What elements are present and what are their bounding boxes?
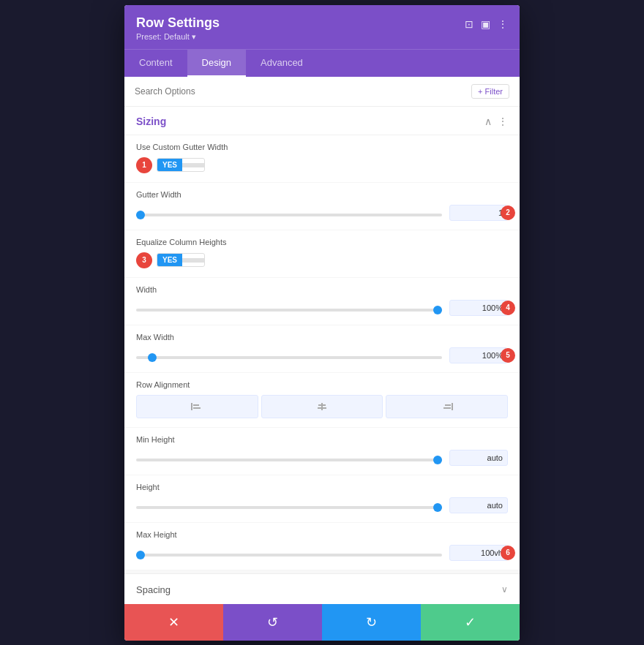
- spacing-header[interactable]: Spacing ∨: [124, 574, 520, 604]
- min-height-input[interactable]: [449, 450, 508, 466]
- use-custom-gutter-toggle-row: 1 YES: [136, 157, 508, 173]
- svg-rect-5: [318, 407, 326, 409]
- equalize-toggle-yes: YES: [157, 254, 182, 266]
- tabs-bar: Content Design Advanced: [124, 49, 520, 77]
- panel-preset[interactable]: Preset: Default ▾: [136, 32, 220, 42]
- min-height-slider[interactable]: [136, 459, 442, 461]
- height-slider-container: [136, 499, 442, 512]
- max-height-value-wrap: 6: [449, 545, 508, 561]
- sizing-title: Sizing: [136, 116, 166, 127]
- svg-rect-7: [445, 404, 451, 406]
- align-right-button[interactable]: [386, 395, 508, 418]
- spacing-title: Spacing: [136, 584, 171, 595]
- panel-header: Row Settings Preset: Default ▾ ⊡ ▣ ⋮: [124, 5, 520, 49]
- panel-header-left: Row Settings Preset: Default ▾: [136, 15, 220, 42]
- badge-4: 4: [501, 301, 515, 315]
- row-alignment-buttons: [136, 395, 508, 418]
- svg-rect-8: [443, 407, 451, 409]
- max-width-value-wrap: 5: [449, 347, 508, 363]
- svg-rect-2: [193, 407, 201, 409]
- width-value-wrap: 4: [449, 300, 508, 316]
- max-height-slider-container: [136, 546, 442, 559]
- spacing-chevron: ∨: [501, 584, 508, 595]
- gutter-width-slider-row: 2: [136, 205, 508, 221]
- gutter-width-slider[interactable]: [136, 214, 442, 216]
- min-height-label: Min Height: [136, 435, 508, 444]
- height-input[interactable]: [449, 497, 508, 513]
- badge-1: 1: [136, 157, 152, 173]
- max-width-slider-container: [136, 349, 442, 362]
- min-height-field: Min Height: [124, 428, 520, 475]
- min-height-slider-row: [136, 450, 508, 466]
- height-slider[interactable]: [136, 506, 442, 509]
- svg-rect-0: [191, 403, 192, 410]
- tab-content[interactable]: Content: [124, 50, 187, 77]
- filter-button[interactable]: + Filter: [471, 84, 509, 99]
- badge-5: 5: [501, 348, 515, 363]
- max-height-slider-row: 6: [136, 545, 508, 561]
- cancel-button[interactable]: ✕: [124, 604, 223, 641]
- fullscreen-icon[interactable]: ⊡: [465, 18, 473, 30]
- collapse-icon[interactable]: ∧: [484, 116, 492, 127]
- search-input[interactable]: [135, 86, 471, 97]
- width-slider-container: [136, 301, 442, 314]
- use-custom-gutter-toggle[interactable]: YES: [157, 158, 205, 172]
- row-alignment-label: Row Alignment: [136, 380, 508, 389]
- equalize-heights-toggle[interactable]: YES: [157, 253, 205, 267]
- row-alignment-field: Row Alignment: [124, 373, 520, 428]
- max-width-slider-row: 5: [136, 347, 508, 363]
- gutter-width-value-wrap: 2: [449, 205, 508, 221]
- max-height-field: Max Height 6: [124, 523, 520, 570]
- max-height-slider[interactable]: [136, 554, 442, 557]
- svg-rect-1: [193, 404, 199, 406]
- equalize-heights-label: Equalize Column Heights: [136, 238, 508, 246]
- gutter-width-input[interactable]: [449, 205, 508, 221]
- equalize-heights-toggle-row: 3 YES: [136, 252, 508, 268]
- toggle-no-label: [182, 163, 204, 167]
- max-width-input[interactable]: [449, 347, 508, 363]
- max-height-label: Max Height: [136, 530, 508, 539]
- tab-design[interactable]: Design: [187, 50, 246, 77]
- reset-left-button[interactable]: ↺: [223, 604, 322, 641]
- max-width-label: Max Width: [136, 333, 508, 342]
- max-width-slider[interactable]: [136, 356, 442, 359]
- badge-6: 6: [501, 546, 515, 560]
- badge-2: 2: [501, 205, 515, 220]
- panel-footer: ✕ ↺ ↻ ✓: [124, 604, 520, 641]
- gutter-width-field: Gutter Width 2: [124, 183, 520, 230]
- width-slider-row: 4: [136, 300, 508, 316]
- gutter-width-label: Gutter Width: [136, 190, 508, 199]
- height-slider-row: [136, 497, 508, 513]
- align-left-button[interactable]: [136, 395, 258, 418]
- gutter-width-slider-container: [136, 206, 442, 219]
- use-custom-gutter-label: Use Custom Gutter Width: [136, 143, 508, 151]
- height-label: Height: [136, 483, 508, 491]
- badge-3: 3: [136, 252, 152, 268]
- tab-advanced[interactable]: Advanced: [246, 50, 318, 77]
- panel-header-icons: ⊡ ▣ ⋮: [465, 18, 508, 30]
- split-icon[interactable]: ▣: [481, 18, 490, 30]
- toggle-yes-label: YES: [157, 159, 182, 171]
- more-icon[interactable]: ⋮: [498, 18, 508, 30]
- align-center-button[interactable]: [261, 395, 383, 418]
- panel-body: Sizing ∧ ⋮ Use Custom Gutter Width 1 YES: [124, 107, 520, 604]
- svg-rect-6: [452, 403, 453, 410]
- max-height-input[interactable]: [449, 545, 508, 561]
- use-custom-gutter-field: Use Custom Gutter Width 1 YES: [124, 135, 520, 183]
- spacing-section: Spacing ∨: [124, 573, 520, 604]
- sizing-more-icon[interactable]: ⋮: [498, 116, 508, 127]
- row-settings-panel: Row Settings Preset: Default ▾ ⊡ ▣ ⋮ Con…: [124, 5, 520, 641]
- sizing-section-header: Sizing ∧ ⋮: [124, 107, 520, 135]
- confirm-button[interactable]: ✓: [421, 604, 520, 641]
- equalize-toggle-no: [182, 258, 204, 263]
- width-input[interactable]: [449, 300, 508, 316]
- equalize-heights-field: Equalize Column Heights 3 YES: [124, 230, 520, 278]
- max-width-field: Max Width 5: [124, 325, 520, 373]
- panel-title: Row Settings: [136, 15, 220, 31]
- reset-right-button[interactable]: ↻: [322, 604, 421, 641]
- width-field: Width 4: [124, 278, 520, 325]
- width-slider[interactable]: [136, 309, 442, 312]
- svg-rect-4: [318, 404, 326, 406]
- height-field: Height: [124, 475, 520, 523]
- min-height-slider-container: [136, 451, 442, 464]
